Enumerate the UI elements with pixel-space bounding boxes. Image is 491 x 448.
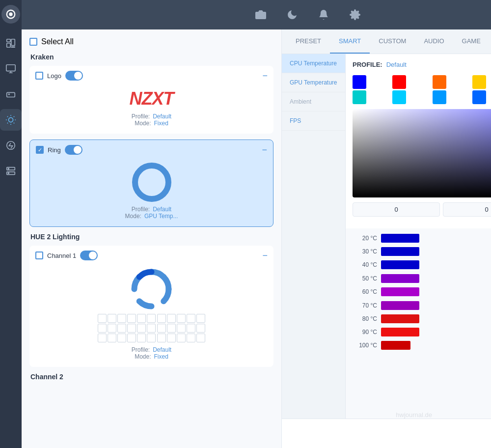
- nzxt-logo: NZXT: [130, 88, 174, 109]
- smart-tab-cpu[interactable]: CPU Temperature: [282, 54, 345, 73]
- channel1-mode: Fixed: [154, 353, 168, 360]
- led-cell: [157, 334, 166, 342]
- panel-body: PROFILE: Default ⌄: [346, 54, 491, 419]
- logo-toggle[interactable]: [65, 71, 83, 81]
- footer: Cancel Apply: [282, 419, 491, 448]
- profile-row: PROFILE: Default ⌄: [353, 60, 491, 69]
- color-swatch-teal[interactable]: [353, 90, 366, 104]
- g-input[interactable]: [443, 202, 491, 217]
- channel1-collapse-btn[interactable]: −: [262, 251, 268, 260]
- smart-tab-gpu[interactable]: GPU Temperature: [282, 73, 345, 92]
- temp-label: 100 °C: [353, 342, 377, 349]
- temp-list: 20 °C ▲ ▼ 30 °C ▲ ▼ 40 °C ▲ ▼ 50 °C: [346, 228, 491, 355]
- profile-label: PROFILE:: [353, 61, 382, 68]
- select-all-label: Select All: [41, 37, 74, 46]
- led-cell: [147, 314, 156, 323]
- topbar: − + ✕: [22, 0, 491, 29]
- led-grid: [98, 314, 206, 342]
- led-cell: [137, 324, 146, 333]
- svg-rect-3: [7, 43, 10, 47]
- tab-audio[interactable]: AUDIO: [415, 29, 453, 54]
- temp-row: 60 °C ▲ ▼: [353, 286, 491, 298]
- main-area: − + ✕ Select All Kraken Logo − N: [22, 0, 491, 448]
- temp-bar-container: [381, 246, 491, 257]
- rgba-inputs: [353, 202, 491, 217]
- svg-rect-6: [6, 65, 15, 71]
- smart-tab-fps[interactable]: FPS: [282, 112, 345, 131]
- color-swatch-cyan[interactable]: [392, 90, 406, 104]
- tab-custom[interactable]: CUSTOM: [370, 29, 415, 54]
- logo-collapse-btn[interactable]: −: [262, 71, 268, 80]
- sidebar-item-lighting[interactable]: [0, 109, 22, 131]
- color-swatch-skyblue[interactable]: [433, 90, 446, 104]
- ring-circle: [132, 163, 171, 202]
- color-swatch-orange[interactable]: [433, 75, 446, 89]
- tab-preset[interactable]: PRESET: [287, 29, 330, 54]
- ring-label: Ring: [48, 146, 61, 154]
- logo-header: Logo −: [29, 66, 273, 84]
- led-cell: [108, 324, 116, 333]
- settings-icon[interactable]: [349, 9, 361, 21]
- ring-header: Ring −: [30, 140, 273, 158]
- hue-ring: [131, 268, 172, 310]
- svg-point-11: [8, 168, 9, 169]
- temp-bar[interactable]: [381, 247, 419, 256]
- select-all-checkbox[interactable]: [29, 38, 37, 46]
- led-cell: [108, 334, 116, 342]
- temp-row: 100 °C ▲: [353, 340, 491, 351]
- temp-bar[interactable]: [381, 274, 419, 283]
- sidebar-item-power[interactable]: [0, 135, 22, 156]
- ring-checkbox[interactable]: [36, 146, 44, 154]
- ring-toggle[interactable]: [65, 145, 82, 155]
- channel1-label: Channel 1: [47, 252, 76, 259]
- preset-colors: [353, 75, 491, 104]
- tab-smart[interactable]: SMART: [330, 29, 370, 54]
- select-all-row: Select All: [29, 37, 273, 46]
- temp-row: 90 °C ▲ ▼: [353, 327, 491, 338]
- moon-icon[interactable]: [286, 9, 298, 21]
- temp-bar-container: [381, 233, 491, 244]
- channel1-checkbox[interactable]: [35, 252, 43, 259]
- sidebar-item-storage[interactable]: [0, 160, 22, 182]
- sidebar-item-monitor[interactable]: [0, 58, 22, 80]
- temp-bar[interactable]: [381, 301, 419, 310]
- led-cell: [177, 334, 186, 342]
- svg-point-13: [259, 13, 263, 17]
- logo-label: Logo: [47, 72, 61, 80]
- color-swatch-yellow[interactable]: [472, 75, 486, 89]
- led-cell: [98, 314, 107, 323]
- svg-rect-2: [7, 39, 10, 42]
- color-swatch-blue2[interactable]: [472, 90, 486, 104]
- temp-bar[interactable]: [381, 314, 419, 323]
- temp-bar[interactable]: [381, 234, 419, 243]
- led-cell: [157, 314, 166, 323]
- tab-bar: PRESET SMART CUSTOM AUDIO GAME: [282, 29, 491, 54]
- temp-bar-container: [381, 300, 491, 311]
- channel1-preview: Profile: Default Mode: Fixed: [29, 263, 273, 367]
- temp-bar[interactable]: [381, 341, 410, 350]
- temp-bar[interactable]: [381, 328, 419, 336]
- temp-bar[interactable]: [381, 260, 419, 269]
- sidebar-item-gaming[interactable]: [0, 84, 22, 105]
- color-swatch-red[interactable]: [392, 75, 406, 89]
- channel1-toggle[interactable]: [80, 251, 98, 260]
- bell-icon[interactable]: [318, 9, 329, 21]
- tab-game[interactable]: GAME: [453, 29, 490, 54]
- camera-icon[interactable]: [255, 9, 267, 21]
- led-cell: [196, 334, 205, 342]
- temp-bar[interactable]: [381, 287, 419, 296]
- color-swatch-blue[interactable]: [353, 75, 366, 89]
- channel1-card: Channel 1 −: [29, 246, 273, 367]
- logo-checkbox[interactable]: [35, 72, 43, 80]
- sidebar-item-dashboard[interactable]: [0, 32, 22, 54]
- led-cell: [127, 334, 136, 342]
- temp-label: 30 °C: [353, 248, 377, 255]
- color-gradient[interactable]: [353, 109, 491, 197]
- temp-bar-container: [381, 259, 491, 270]
- ring-collapse-btn[interactable]: −: [262, 145, 267, 154]
- r-input[interactable]: [353, 202, 440, 217]
- content-area: Select All Kraken Logo − NZXT Profile: D…: [22, 29, 491, 448]
- ring-profile: Default: [153, 206, 171, 213]
- channel2-section-title: Channel 2: [29, 373, 273, 381]
- profile-value: Default: [386, 61, 491, 68]
